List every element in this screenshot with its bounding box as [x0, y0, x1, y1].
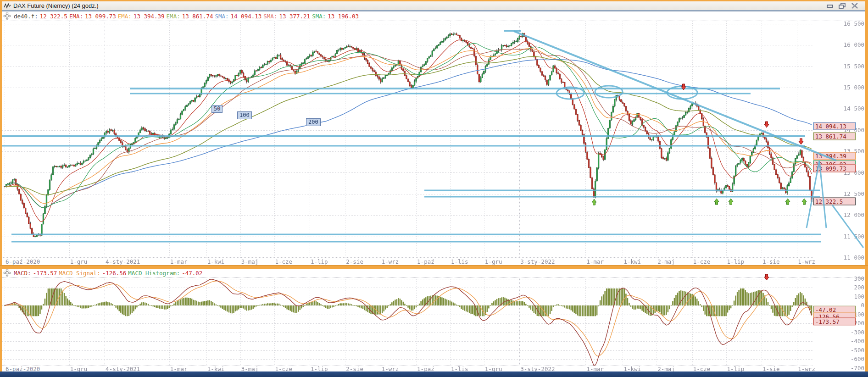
date-axis-tick: 1-mar	[586, 259, 604, 265]
price-tag: 14 094.13	[813, 122, 856, 130]
price-axis-tick: 16 500	[813, 21, 864, 27]
date-axis-tick: 1-gru	[70, 259, 88, 265]
macd-axis-tick: -700	[813, 365, 864, 371]
date-axis-tick: 1-lip	[727, 259, 745, 265]
price-axis-tick: 14 500	[813, 105, 864, 112]
macd-legend-items: MACD:-173.57MACD Signal:-126.56MACD Hist…	[14, 270, 204, 277]
date-axis-tick: 1-mar	[170, 259, 188, 265]
macd-axis-tick: -400	[813, 338, 864, 344]
price-axis-tick: 12 500	[813, 191, 864, 197]
legend-value: 13 099.73	[85, 13, 116, 20]
titlebar-underline	[2, 10, 865, 11]
macd-axis-tick: -500	[813, 347, 864, 354]
legend-label: SMA:	[263, 13, 277, 20]
legend-label: SMA:	[215, 13, 228, 20]
legend-label: MACD:	[14, 270, 31, 277]
legend-label: MACD Signal:	[59, 270, 100, 277]
price-axis-tick: 11 000	[813, 255, 864, 261]
legend-label: SMA:	[312, 13, 326, 20]
date-axis-tick: 1-paź	[417, 259, 434, 265]
legend-label: de40.f:	[14, 13, 38, 20]
legend-label: EMA:	[69, 13, 83, 20]
date-axis-tick: 4-sty-2021	[106, 259, 140, 265]
legend-value: 13 394.39	[134, 13, 165, 20]
date-axis-tick: 1-sie	[762, 259, 780, 265]
date-axis-tick: 1-wrz	[382, 259, 399, 265]
window-title: DAX Future (Niemcy) (24 godz.)	[13, 2, 99, 9]
legend-value: 13 196.03	[328, 13, 359, 20]
instrument-anchor-icon[interactable]	[3, 12, 11, 20]
legend-value: -173.57	[33, 270, 57, 277]
macd-pane-legend: MACD:-173.57MACD Signal:-126.56MACD Hist…	[2, 269, 865, 278]
window-frame-right	[865, 1, 868, 371]
legend-label: EMA:	[167, 13, 180, 20]
legend-value: 12 322.5	[40, 13, 67, 20]
macd-axis-tick: 200	[813, 284, 864, 291]
macd-axis-tick: -600	[813, 356, 864, 362]
price-pane-legend: de40.f:12 322.5EMA:13 099.73EMA:13 394.3…	[2, 12, 865, 21]
macd-axis-tick: 100	[813, 294, 864, 300]
restore-button[interactable]	[838, 2, 846, 9]
date-axis-tick: 1-lip	[311, 259, 328, 265]
close-button[interactable]	[851, 2, 859, 9]
date-axis-tick: 3-sty-2022	[520, 259, 555, 265]
macd-axis-tick: 300	[813, 276, 864, 282]
date-axis-tick: 1-wrz	[798, 259, 815, 265]
price-axis-tick: 11 500	[813, 233, 864, 240]
date-axis-tick: 1-cze	[275, 259, 293, 265]
minimize-button[interactable]	[826, 2, 834, 9]
legend-value: -47.02	[182, 270, 202, 277]
price-tag: 13 861.74	[813, 133, 856, 140]
date-axis-tick: 3-maj	[241, 259, 259, 265]
price-tag: -173.57	[813, 318, 856, 326]
bottom-dock-bar[interactable]	[0, 371, 868, 377]
ma-period-badge: 50	[211, 105, 223, 113]
chart-window: DAX Future (Niemcy) (24 godz.) de40.f:12	[0, 0, 868, 377]
price-legend-items: de40.f:12 322.5EMA:13 099.73EMA:13 394.3…	[14, 13, 361, 20]
price-tag: 12 322.5	[813, 198, 856, 205]
chart-app-icon	[4, 3, 11, 9]
legend-label: MACD Histogram:	[128, 270, 180, 277]
indicator-anchor-icon[interactable]	[3, 269, 11, 277]
date-axis-tick: 1-kwi	[623, 259, 641, 265]
date-axis-tick: 1-cze	[693, 259, 711, 265]
price-chart-canvas[interactable]	[2, 21, 813, 258]
price-axis-tick: 16 000	[813, 42, 864, 48]
price-tag: 13 099.73	[813, 165, 856, 172]
date-axis-tick: 6-paź-2020	[6, 259, 40, 265]
ma-period-badge: 200	[306, 118, 321, 126]
macd-axis-tick: -300	[813, 329, 864, 336]
date-axis-tick: 1-lis	[451, 259, 468, 265]
title-bar[interactable]: DAX Future (Niemcy) (24 godz.)	[2, 1, 865, 10]
ma-period-badge: 100	[237, 111, 252, 119]
legend-value: 14 094.13	[231, 13, 262, 20]
price-axis-tick: 15 000	[813, 84, 864, 91]
date-axis-tick: 2-maj	[657, 259, 675, 265]
price-axis-tick: 12 000	[813, 212, 864, 218]
legend-value: 13 377.21	[279, 13, 310, 20]
legend-value: -126.56	[102, 270, 127, 277]
macd-chart-canvas[interactable]	[2, 277, 813, 366]
date-axis-tick: 1-kwi	[207, 259, 225, 265]
date-axis-tick: 1-gru	[485, 259, 502, 265]
window-frame-left	[0, 1, 2, 371]
legend-label: EMA:	[118, 13, 132, 20]
price-axis-tick: 15 500	[813, 63, 864, 70]
legend-value: 13 861.74	[182, 13, 213, 20]
price-tag: 13 394.39	[813, 152, 856, 160]
date-axis-tick: 2-sie	[346, 259, 363, 265]
